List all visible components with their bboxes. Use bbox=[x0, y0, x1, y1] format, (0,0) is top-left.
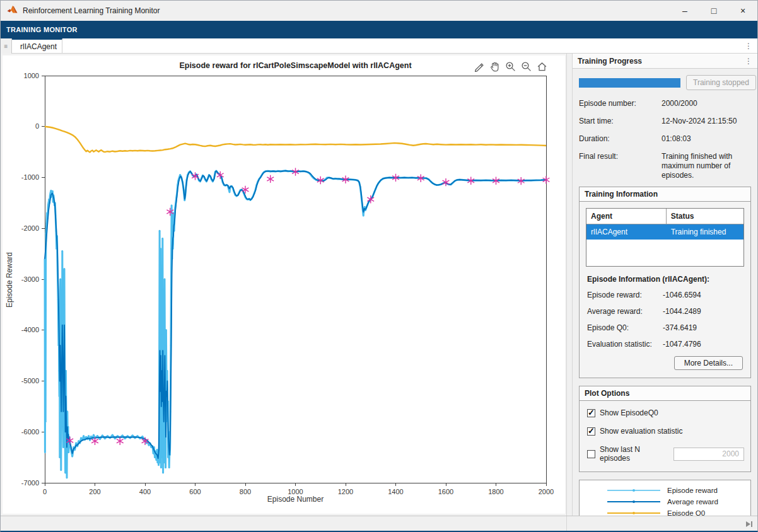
svg-text:0: 0 bbox=[35, 122, 39, 130]
episode-reward-line-sample bbox=[606, 486, 662, 495]
legend-label: Episode Q0 bbox=[667, 509, 705, 516]
svg-text:-1000: -1000 bbox=[21, 173, 39, 181]
svg-text:-5000: -5000 bbox=[21, 377, 39, 385]
tab-rliacagent[interactable]: rlIACAgent bbox=[12, 38, 62, 53]
duration-row: Duration: 01:08:03 bbox=[579, 134, 751, 144]
svg-text:-3000: -3000 bbox=[21, 275, 39, 283]
field-value: -1044.2489 bbox=[663, 307, 744, 316]
training-progress-panel: Training Progress ⋮ Training stopped Epi… bbox=[573, 54, 757, 516]
close-button[interactable]: × bbox=[728, 1, 757, 21]
show-last-n-episodes-checkbox[interactable] bbox=[587, 450, 595, 458]
table-empty-area bbox=[586, 240, 743, 266]
svg-text:1000: 1000 bbox=[24, 72, 39, 79]
field-label: Episode Q0: bbox=[587, 323, 663, 332]
episode-reward-row: Episode reward: -1046.6594 bbox=[587, 291, 744, 299]
agent-status-table: Agent Status rlIACAgent Training finishe… bbox=[586, 208, 744, 267]
y-axis-label: Episode Reward bbox=[5, 179, 14, 381]
legend-item-average-reward: Average reward bbox=[580, 496, 750, 507]
final-result-row: Final result: Training finished with max… bbox=[579, 152, 751, 180]
checkbox-label[interactable]: Show evaluation statistic bbox=[600, 427, 682, 436]
checkbox-label[interactable]: Show last N episodes bbox=[600, 445, 669, 463]
tab-label: rlIACAgent bbox=[20, 42, 57, 51]
chart-legend: Episode reward Average reward Episode Q0 bbox=[579, 480, 751, 516]
start-time-row: Start time: 12-Nov-2024 21:15:50 bbox=[579, 117, 751, 126]
show-evaluation-statistic-checkbox[interactable] bbox=[587, 427, 595, 436]
status-bar bbox=[1, 516, 757, 531]
field-value: -1047.4796 bbox=[663, 340, 744, 349]
field-label: Episode reward: bbox=[587, 291, 663, 299]
document-tab-strip: ≡ rlIACAgent ⋮ bbox=[1, 38, 757, 54]
svg-text:-6000: -6000 bbox=[21, 428, 39, 436]
status-bar-divider bbox=[566, 516, 567, 531]
title-bar: Reinforcement Learning Training Monitor … bbox=[1, 1, 757, 21]
column-header-status: Status bbox=[666, 209, 743, 224]
n-episodes-input[interactable] bbox=[673, 448, 744, 461]
plot-options-section: Plot Options Show EpisodeQ0 Show evaluat… bbox=[579, 386, 751, 472]
panel-splitter[interactable] bbox=[566, 54, 573, 516]
more-details-button[interactable]: More Details... bbox=[674, 356, 743, 370]
training-plot[interactable]: 10000-1000-2000-3000-4000-5000-6000-7000… bbox=[1, 54, 566, 516]
svg-text:-2000: -2000 bbox=[21, 224, 39, 232]
training-progress-bar bbox=[579, 78, 680, 88]
field-value: -374.6419 bbox=[663, 323, 744, 332]
document-actions-icon[interactable]: ⋮ bbox=[743, 38, 754, 54]
show-episodeq0-checkbox[interactable] bbox=[587, 409, 595, 417]
show-last-n-episodes-option: Show last N episodes bbox=[587, 445, 744, 463]
field-label: Episode number: bbox=[579, 99, 662, 108]
document-area: Episode reward for rlCartPoleSimscapeMod… bbox=[1, 54, 566, 516]
field-value: -1046.6594 bbox=[663, 291, 744, 299]
average-reward-line-sample bbox=[606, 497, 662, 506]
panel-actions-icon[interactable]: ⋮ bbox=[745, 57, 752, 66]
table-row[interactable]: rlIACAgent Training finished bbox=[586, 224, 743, 240]
legend-label: Episode reward bbox=[667, 487, 718, 495]
ribbon-bar: TRAINING MONITOR bbox=[1, 21, 757, 38]
panel-title: Training Progress bbox=[578, 57, 642, 66]
field-label: Final result: bbox=[579, 152, 662, 180]
window-title: Reinforcement Learning Training Monitor bbox=[23, 6, 160, 15]
field-value: 01:08:03 bbox=[662, 134, 751, 144]
skip-to-end-icon[interactable] bbox=[745, 519, 754, 531]
episode-number-row: Episode number: 2000/2000 bbox=[579, 99, 751, 108]
field-value: Training finished with maximum number of… bbox=[662, 152, 751, 180]
legend-item-episode-q0: Episode Q0 bbox=[580, 507, 750, 516]
field-label: Duration: bbox=[579, 134, 662, 144]
field-value: 2000/2000 bbox=[662, 99, 751, 108]
table-header-row: Agent Status bbox=[586, 209, 743, 224]
section-title: Training Information bbox=[580, 187, 750, 202]
checkbox-label[interactable]: Show EpisodeQ0 bbox=[600, 408, 658, 417]
show-evaluation-statistic-option: Show evaluation statistic bbox=[587, 427, 744, 436]
maximize-button[interactable]: □ bbox=[699, 1, 728, 21]
average-reward-row: Average reward: -1044.2489 bbox=[587, 307, 744, 316]
column-header-agent: Agent bbox=[586, 209, 666, 224]
field-label: Evaluation statistic: bbox=[587, 340, 663, 349]
episode-information-title: Episode Information (rlIACAgent): bbox=[587, 275, 744, 284]
legend-label: Average reward bbox=[667, 498, 718, 506]
matlab-logo-icon bbox=[7, 4, 18, 17]
progress-fill bbox=[579, 78, 680, 88]
legend-item-episode-reward: Episode reward bbox=[580, 485, 750, 496]
training-information-section: Training Information Agent Status rlIACA… bbox=[579, 187, 751, 378]
document-list-button[interactable]: ≡ bbox=[1, 38, 12, 54]
app-window: Reinforcement Learning Training Monitor … bbox=[0, 0, 758, 532]
minimize-button[interactable]: – bbox=[670, 1, 699, 21]
field-label: Average reward: bbox=[587, 307, 663, 316]
field-value: 12-Nov-2024 21:15:50 bbox=[662, 117, 751, 126]
section-title: Plot Options bbox=[580, 386, 750, 401]
training-stopped-button[interactable]: Training stopped bbox=[686, 75, 756, 90]
x-axis-label: Episode Number bbox=[45, 495, 546, 504]
evaluation-statistic-row: Evaluation statistic: -1047.4796 bbox=[587, 340, 744, 349]
cell-agent: rlIACAgent bbox=[586, 224, 666, 240]
episode-q0-row: Episode Q0: -374.6419 bbox=[587, 323, 744, 332]
svg-text:-7000: -7000 bbox=[21, 479, 39, 487]
svg-text:-4000: -4000 bbox=[21, 326, 39, 333]
field-label: Start time: bbox=[579, 117, 662, 126]
show-episodeq0-option: Show EpisodeQ0 bbox=[587, 408, 744, 417]
tab-training-monitor[interactable]: TRAINING MONITOR bbox=[6, 26, 78, 33]
episode-q0-line-sample bbox=[606, 509, 662, 516]
cell-status: Training finished bbox=[666, 224, 743, 240]
